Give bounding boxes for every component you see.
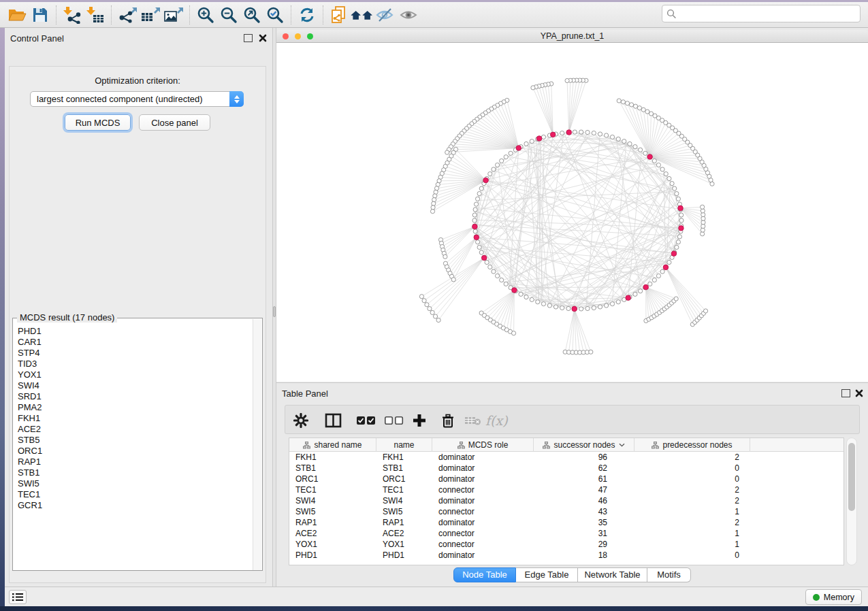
table-cell[interactable]: dominator (432, 474, 534, 484)
table-settings-button[interactable] (293, 412, 308, 429)
export-table-button[interactable] (139, 5, 162, 25)
column-header-successor-nodes[interactable]: successor nodes (534, 438, 634, 452)
mcds-result-item[interactable]: TEC1 (18, 489, 253, 500)
table-scrollbar[interactable] (846, 437, 857, 565)
table-cell[interactable]: 96 (534, 452, 634, 463)
export-image-button[interactable] (162, 5, 185, 25)
column-header-MCDS-role[interactable]: MCDS role (432, 438, 534, 452)
table-cell[interactable]: 31 (534, 528, 634, 539)
table-scrollbar-thumb[interactable] (848, 443, 855, 511)
column-header-predecessor-nodes[interactable]: predecessor nodes (634, 438, 750, 452)
table-row-FKH1[interactable]: FKH1FKH1dominator962 (289, 452, 843, 463)
table-cell[interactable]: RAP1 (289, 517, 376, 528)
mcds-result-item[interactable]: TID3 (18, 359, 253, 369)
mcds-result-item[interactable]: ORC1 (18, 446, 253, 457)
splitter-grip[interactable] (273, 306, 276, 317)
apply-layout-button[interactable] (295, 5, 319, 25)
mcds-result-item[interactable]: RAP1 (18, 457, 253, 467)
table-cell[interactable]: 0 (634, 550, 750, 561)
table-cell[interactable]: dominator (432, 452, 534, 463)
table-row-ORC1[interactable]: ORC1ORC1dominator610 (289, 474, 843, 484)
table-cell[interactable]: 47 (534, 484, 634, 495)
tab-node-table[interactable]: Node Table (453, 567, 516, 582)
table-cell[interactable]: YOX1 (376, 539, 432, 550)
mcds-result-item[interactable]: PMA2 (18, 402, 253, 413)
float-panel-icon[interactable] (244, 34, 253, 42)
table-row-STB1[interactable]: STB1STB1dominator620 (289, 463, 843, 474)
table-cell[interactable]: ACE2 (289, 528, 376, 539)
mcds-result-item[interactable]: SRD1 (18, 391, 253, 402)
search-input[interactable] (677, 9, 856, 19)
table-cell[interactable]: 1 (634, 528, 750, 539)
mcds-result-item[interactable]: YOX1 (18, 369, 253, 380)
close-table-panel-icon[interactable] (854, 389, 864, 398)
table-cell[interactable]: 61 (534, 474, 634, 484)
table-cell[interactable]: 2 (634, 452, 750, 463)
show-columns-button[interactable] (325, 412, 342, 429)
first-neighbors-button[interactable] (351, 5, 374, 25)
table-row-RAP1[interactable]: RAP1RAP1dominator352 (289, 517, 843, 528)
table-cell[interactable]: RAP1 (376, 517, 432, 528)
table-cell[interactable]: STB1 (289, 463, 376, 474)
table-cell[interactable]: dominator (432, 517, 534, 528)
table-cell[interactable]: connector (432, 539, 534, 550)
deselect-all-rows-button[interactable] (384, 412, 404, 429)
zoom-fit-button[interactable] (240, 5, 263, 25)
table-row-ACE2[interactable]: ACE2ACE2connector311 (289, 528, 843, 539)
tab-motifs[interactable]: Motifs (647, 567, 691, 582)
table-cell[interactable]: TEC1 (376, 484, 432, 495)
table-cell[interactable]: ORC1 (289, 474, 376, 484)
table-cell[interactable]: dominator (432, 463, 534, 474)
mcds-result-item[interactable]: CAR1 (18, 337, 253, 348)
run-mcds-button[interactable]: Run MCDS (65, 114, 131, 131)
network-window-titlebar[interactable]: YPA_prune.txt_1 (276, 30, 868, 43)
table-cell[interactable]: SWI4 (376, 495, 432, 506)
mcds-result-item[interactable]: SWI5 (18, 478, 253, 489)
table-cell[interactable]: STB1 (376, 463, 432, 474)
table-cell[interactable]: connector (432, 484, 534, 495)
table-cell[interactable]: SWI5 (289, 506, 376, 517)
table-row-YOX1[interactable]: YOX1YOX1connector291 (289, 539, 843, 550)
table-cell[interactable]: connector (432, 528, 534, 539)
import-table-button[interactable] (84, 5, 107, 25)
table-cell[interactable]: 29 (534, 539, 634, 550)
table-row-SWI5[interactable]: SWI5SWI5connector431 (289, 506, 843, 517)
column-header-shared-name[interactable]: shared name (289, 438, 376, 452)
table-row-PHD1[interactable]: PHD1PHD1dominator180 (289, 550, 843, 561)
save-session-button[interactable] (29, 5, 52, 25)
memory-button[interactable]: Memory (805, 589, 862, 605)
float-table-panel-icon[interactable] (841, 389, 850, 397)
close-panel-icon[interactable] (258, 33, 268, 43)
table-cell[interactable]: 1 (634, 539, 750, 550)
table-cell[interactable]: PHD1 (376, 550, 432, 561)
table-cell[interactable]: PHD1 (289, 550, 376, 561)
open-file-button[interactable] (5, 5, 29, 25)
create-column-button[interactable] (412, 412, 427, 429)
zoom-selected-button[interactable] (263, 5, 287, 25)
table-cell[interactable]: FKH1 (376, 452, 432, 463)
mcds-result-item[interactable]: GCR1 (18, 500, 253, 511)
table-cell[interactable]: 43 (534, 506, 634, 517)
delete-columns-button[interactable] (440, 412, 455, 429)
mcds-result-item[interactable]: STB5 (18, 435, 253, 446)
table-cell[interactable]: 46 (534, 495, 634, 506)
table-cell[interactable]: 18 (534, 550, 634, 561)
import-network-button[interactable] (61, 5, 84, 25)
select-all-rows-button[interactable] (356, 412, 376, 429)
table-cell[interactable]: 2 (634, 495, 750, 506)
table-cell[interactable]: 35 (534, 517, 634, 528)
task-history-button[interactable] (9, 590, 27, 604)
table-cell[interactable]: connector (432, 506, 534, 517)
table-cell[interactable]: dominator (432, 495, 534, 506)
optimization-criterion-select[interactable]: largest connected component (undirected) (30, 91, 244, 107)
column-header-name[interactable]: name (376, 438, 432, 452)
mcds-result-item[interactable]: PHD1 (18, 326, 253, 337)
duplicate-network-button[interactable] (327, 5, 351, 25)
table-cell[interactable]: 1 (634, 506, 750, 517)
mcds-result-item[interactable]: STB1 (18, 467, 253, 478)
table-cell[interactable]: 2 (634, 517, 750, 528)
tab-network-table[interactable]: Network Table (578, 567, 647, 582)
zoom-in-button[interactable] (194, 5, 217, 25)
table-cell[interactable]: ACE2 (376, 528, 432, 539)
mcds-result-item[interactable]: FKH1 (18, 413, 253, 424)
